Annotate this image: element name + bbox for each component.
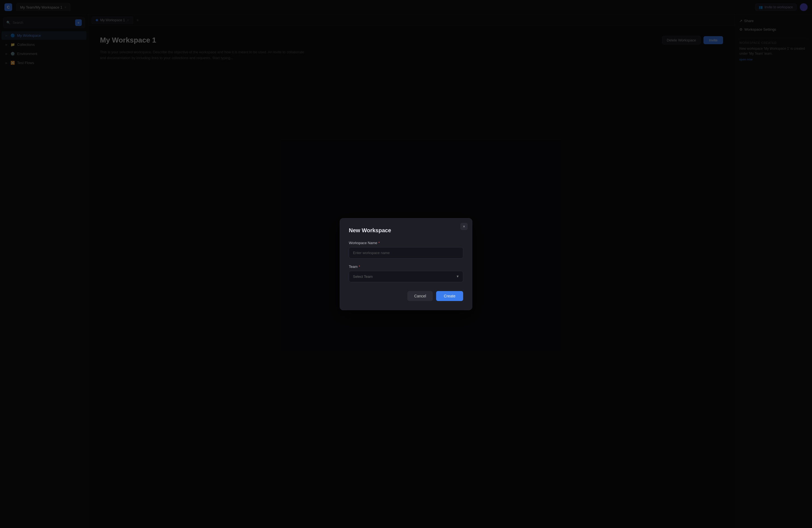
cancel-button[interactable]: Cancel: [407, 291, 433, 301]
team-select-wrapper: Select Team My Team Team Alpha Team Beta…: [349, 271, 463, 282]
team-label: Team *: [349, 265, 463, 269]
workspace-name-label: Workspace Name *: [349, 241, 463, 245]
workspace-name-input[interactable]: [349, 247, 463, 259]
team-select[interactable]: Select Team My Team Team Alpha Team Beta: [349, 271, 463, 282]
modal-overlay[interactable]: × New Workspace Workspace Name * Team * …: [0, 0, 812, 528]
modal-title: New Workspace: [349, 227, 463, 234]
modal-footer: Cancel Create: [349, 291, 463, 301]
team-required-indicator: *: [359, 265, 360, 269]
required-indicator: *: [378, 241, 380, 245]
create-button[interactable]: Create: [436, 291, 463, 301]
modal-close-button[interactable]: ×: [460, 223, 468, 230]
new-workspace-modal: × New Workspace Workspace Name * Team * …: [340, 218, 472, 310]
